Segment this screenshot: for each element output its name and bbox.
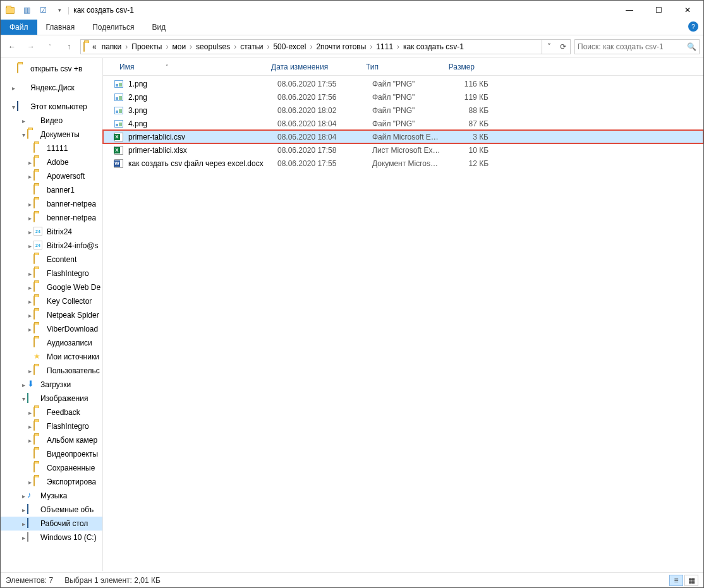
tree-item[interactable]: ▸Рабочий стол <box>1 517 102 531</box>
tree-item[interactable]: Видеопроекты <box>1 447 102 461</box>
tree-item[interactable]: ▸banner-netpea <box>1 197 102 211</box>
tree-item[interactable]: ▸Видео <box>1 114 102 128</box>
expand-icon[interactable]: ▾ <box>9 104 17 111</box>
expand-icon[interactable]: ▸ <box>26 270 33 277</box>
chevron-right-icon[interactable]: › <box>368 42 373 51</box>
tab-file[interactable]: Файл <box>1 20 37 35</box>
expand-icon[interactable]: ▸ <box>20 520 27 527</box>
bc-dropdown-icon[interactable]: ˅ <box>542 42 556 51</box>
chevron-right-icon[interactable]: › <box>188 42 193 51</box>
expand-icon[interactable]: ▸ <box>26 215 33 222</box>
expand-icon[interactable]: ▸ <box>9 85 17 92</box>
help-icon[interactable]: ? <box>688 21 698 32</box>
tree-item[interactable]: 11111 <box>1 141 102 155</box>
expand-icon[interactable]: ▸ <box>26 229 33 236</box>
search-icon[interactable]: 🔍 <box>687 42 696 51</box>
tree-item[interactable]: ▾Этот компьютер <box>1 100 102 114</box>
file-row[interactable]: 2.png08.06.2020 17:56Файл "PNG"119 КБ <box>103 90 703 104</box>
tree-item[interactable]: ▸Key Collector <box>1 294 102 308</box>
breadcrumb-item[interactable]: 2почти готовы <box>313 42 368 51</box>
search-input[interactable] <box>578 42 687 51</box>
expand-icon[interactable]: ▸ <box>26 284 33 291</box>
tree-item[interactable]: ▸FlashIntegro <box>1 419 102 433</box>
qa-check-icon[interactable]: ☑ <box>36 3 50 17</box>
chevron-right-icon[interactable]: › <box>124 42 129 51</box>
expand-icon[interactable]: ▸ <box>26 423 33 430</box>
tree-item[interactable]: banner1 <box>1 183 102 197</box>
col-name[interactable]: Имя˄ <box>116 63 267 71</box>
tree-item[interactable]: открыть csv +в <box>1 62 102 76</box>
expand-icon[interactable]: ▸ <box>20 534 27 541</box>
expand-icon[interactable]: ▾ <box>20 131 27 138</box>
tree-item[interactable]: ▸Windows 10 (C:) <box>1 531 102 544</box>
col-type[interactable]: Тип <box>362 63 437 71</box>
expand-icon[interactable]: ▾ <box>20 395 27 402</box>
expand-icon[interactable]: ▸ <box>26 326 33 333</box>
expand-icon[interactable]: ▸ <box>26 243 33 249</box>
qa-dropdown-icon[interactable]: ▾ <box>52 3 66 17</box>
file-row[interactable]: 3.png08.06.2020 18:02Файл "PNG"88 КБ <box>103 104 703 117</box>
expand-icon[interactable]: ▸ <box>26 437 33 444</box>
recent-dropdown[interactable]: ˅ <box>42 39 58 54</box>
file-row[interactable]: primer-tablici.csv08.06.2020 18:04Файл M… <box>103 130 703 143</box>
tree-item[interactable]: ▸Пользовательс <box>1 364 102 378</box>
file-row[interactable]: 4.png08.06.2020 18:04Файл "PNG"87 КБ <box>103 117 703 130</box>
column-headers[interactable]: Имя˄ Дата изменения Тип Размер <box>103 58 703 76</box>
tree-item[interactable]: ▸ViberDownload <box>1 322 102 336</box>
breadcrumb-item[interactable]: seopulses <box>193 42 233 51</box>
chevron-right-icon[interactable]: › <box>164 42 169 51</box>
maximize-button[interactable]: ☐ <box>644 1 673 20</box>
qa-props-icon[interactable]: ▥ <box>20 3 33 17</box>
expand-icon[interactable]: ▸ <box>20 117 27 124</box>
tree-item[interactable]: ▸Adobe <box>1 155 102 169</box>
breadcrumb-bar[interactable]: «папки›Проекты›мои›seopulses›статьи›500-… <box>80 39 571 54</box>
tree-item[interactable]: ▸♪Музыка <box>1 489 102 503</box>
tree-item[interactable]: ▸Netpeak Spider <box>1 308 102 322</box>
tree-item[interactable]: ▸Feedback <box>1 405 102 419</box>
chevron-right-icon[interactable]: › <box>233 42 238 51</box>
expand-icon[interactable]: ▸ <box>26 159 33 166</box>
tree-item[interactable]: ▸Google Web De <box>1 280 102 294</box>
search-box[interactable]: 🔍 <box>574 39 700 54</box>
expand-icon[interactable]: ▸ <box>26 201 33 208</box>
tree-item[interactable]: ▸Apowersoft <box>1 169 102 183</box>
expand-icon[interactable]: ▸ <box>20 493 27 500</box>
breadcrumb-item[interactable]: мои <box>169 42 188 51</box>
tree-item[interactable]: ▾Изображения <box>1 392 102 405</box>
tab-home[interactable]: Главная <box>37 20 84 35</box>
minimize-button[interactable]: ― <box>615 1 644 20</box>
tree-item[interactable]: ★Мои источники <box>1 350 102 364</box>
tab-share[interactable]: Поделиться <box>83 20 143 35</box>
breadcrumb-item[interactable]: как создать csv-1 <box>401 42 466 51</box>
view-icons-button[interactable]: ▦ <box>684 575 698 586</box>
chevron-right-icon[interactable]: › <box>308 42 313 51</box>
tab-view[interactable]: Вид <box>143 20 174 35</box>
back-button[interactable]: ← <box>4 39 20 54</box>
expand-icon[interactable]: ▸ <box>26 479 33 486</box>
tree-item[interactable]: ▸24Bitrix24 <box>1 225 102 239</box>
col-size[interactable]: Размер <box>437 63 478 71</box>
file-row[interactable]: 1.png08.06.2020 17:55Файл "PNG"116 КБ <box>103 77 703 90</box>
breadcrumb-item[interactable]: Проекты <box>129 42 164 51</box>
tree-item[interactable]: ▸Экспортирова <box>1 475 102 489</box>
file-row[interactable]: как создать csv файл через excel.docx08.… <box>103 157 703 170</box>
tree-item[interactable]: ▾Документы <box>1 128 102 141</box>
tree-item[interactable]: Аудиозаписи <box>1 336 102 350</box>
view-details-button[interactable]: ≡ <box>669 575 683 586</box>
tree-item[interactable]: Сохраненные <box>1 461 102 475</box>
expand-icon[interactable]: ▸ <box>26 298 33 305</box>
breadcrumb-item[interactable]: 1111 <box>373 42 396 51</box>
chevron-right-icon[interactable]: › <box>396 42 401 51</box>
expand-icon[interactable]: ▸ <box>26 312 33 319</box>
tree-item[interactable]: ▸Объемные объ <box>1 503 102 517</box>
expand-icon[interactable]: ▸ <box>20 507 27 513</box>
tree-item[interactable]: Econtent <box>1 253 102 267</box>
tree-item[interactable]: ▸benner-netpea <box>1 211 102 225</box>
forward-button[interactable]: → <box>23 39 39 54</box>
tree-item[interactable]: ▸⬇Загрузки <box>1 378 102 392</box>
expand-icon[interactable]: ▸ <box>26 409 33 416</box>
close-button[interactable]: ✕ <box>673 1 702 20</box>
tree-item[interactable]: ▸FlashIntegro <box>1 267 102 280</box>
col-date[interactable]: Дата изменения <box>267 63 362 71</box>
up-button[interactable]: ↑ <box>61 39 76 54</box>
